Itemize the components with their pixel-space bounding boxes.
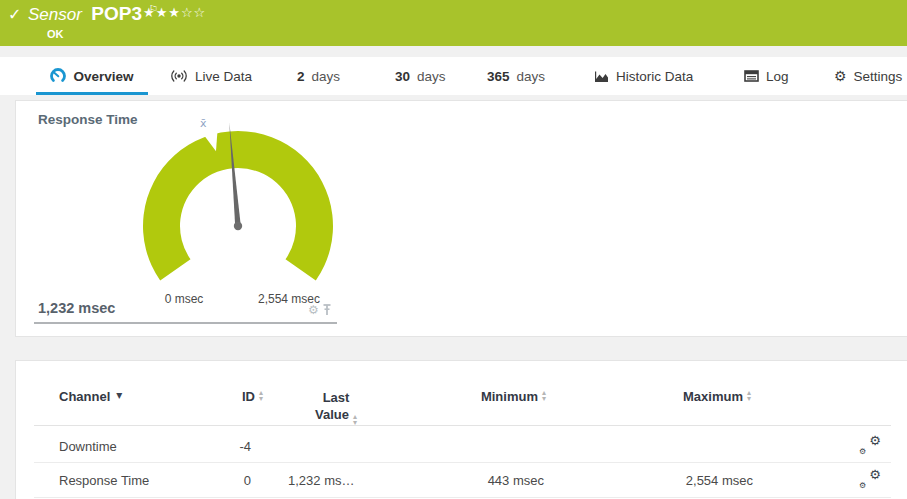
column-header-minimum[interactable]: Minimum ▴▾: [421, 389, 546, 404]
tab-2-days-unit: days: [312, 69, 341, 84]
tab-30-days-unit: days: [417, 69, 446, 84]
table-row-response-time-maximum: 2,554 msec: [626, 473, 753, 488]
column-header-channel[interactable]: Channel ▾: [59, 389, 122, 404]
gauge-min-label: 0 msec: [144, 292, 224, 306]
tab-365-days-unit: days: [517, 69, 546, 84]
column-header-id[interactable]: ID ▴▾: [186, 389, 263, 404]
priority-stars[interactable]: ★★★☆☆: [143, 5, 206, 20]
gauge-icon: [50, 68, 66, 84]
column-header-maximum-label: Maximum: [683, 389, 743, 404]
response-time-panel: Response Time x̄ 0 msec 2,554 msec 1,232…: [15, 100, 907, 337]
sensor-status-badge: OK: [47, 28, 64, 40]
tab-settings-label: Settings: [854, 69, 903, 84]
tab-live-data[interactable]: Live Data: [170, 57, 252, 95]
column-header-last-value[interactable]: Last Value▴▾: [291, 389, 381, 426]
active-tab-underline: [36, 92, 148, 95]
table-row-response-time-last-value: 1,232 ms…: [288, 473, 354, 488]
table-row-response-time-channel[interactable]: Response Time: [59, 473, 149, 488]
tab-30-days-number: 30: [395, 69, 410, 84]
column-header-maximum[interactable]: Maximum ▴▾: [626, 389, 751, 404]
sort-icon: ▴▾: [542, 390, 546, 402]
gauge-average-marker-label: x̄: [200, 117, 207, 130]
tab-2-days[interactable]: 2 days: [297, 57, 340, 95]
tab-365-days-number: 365: [487, 69, 510, 84]
sensor-title: Sensor POP3 ⚐: [28, 3, 158, 25]
tab-historic-data-label: Historic Data: [616, 69, 693, 84]
gauge-current-value: 1,232 msec: [38, 300, 115, 316]
column-header-value-label: Value▴▾: [291, 406, 381, 426]
area-chart-icon: [594, 70, 609, 83]
tab-30-days[interactable]: 30 days: [395, 57, 446, 95]
row-divider: [34, 462, 891, 463]
sort-icon: ▴▾: [747, 390, 751, 402]
channel-settings-gears-icon[interactable]: ⚙⚙: [859, 435, 881, 453]
column-header-last-label: Last: [291, 389, 381, 406]
pin-icon[interactable]: [322, 304, 332, 316]
column-header-minimum-label: Minimum: [481, 389, 538, 404]
gauge-toolbar: ⚙: [308, 304, 332, 316]
gauge-footer-rule: [34, 322, 337, 324]
gauge-settings-gear-icon[interactable]: ⚙: [308, 304, 319, 316]
response-time-gauge: [140, 111, 336, 311]
tab-365-days[interactable]: 365 days: [487, 57, 545, 95]
log-list-icon: [744, 70, 759, 82]
channel-settings-gears-icon[interactable]: ⚙⚙: [859, 469, 881, 487]
status-ok-check-icon: ✓: [8, 5, 21, 24]
stars-empty[interactable]: ☆☆: [181, 5, 206, 20]
panel-title: Response Time: [38, 112, 138, 127]
stars-filled[interactable]: ★★★: [143, 5, 181, 20]
table-row-response-time-minimum: 443 msec: [421, 473, 544, 488]
tab-2-days-number: 2: [297, 69, 305, 84]
row-divider: [34, 497, 891, 498]
sensor-name: POP3: [91, 3, 142, 24]
column-header-id-label: ID: [242, 389, 255, 404]
tab-overview-label: Overview: [73, 69, 133, 84]
gauge-needle-pivot: [234, 222, 242, 230]
tab-log[interactable]: Log: [744, 57, 789, 95]
column-header-channel-label: Channel: [59, 389, 110, 404]
header-divider: [34, 425, 891, 426]
sensor-header: ✓ Sensor POP3 ⚐ ★★★☆☆ OK: [0, 0, 907, 46]
table-row-downtime-id: -4: [186, 439, 251, 454]
sort-icon: ▴▾: [259, 390, 263, 402]
gear-icon: ⚙: [834, 69, 847, 83]
tab-log-label: Log: [766, 69, 789, 84]
sensor-type-label: Sensor: [28, 5, 82, 24]
tab-live-data-label: Live Data: [195, 69, 252, 84]
broadcast-icon: [170, 69, 188, 83]
tab-bar: Overview Live Data 2 days 30 days 365 da…: [0, 57, 907, 95]
tab-historic-data[interactable]: Historic Data: [594, 57, 693, 95]
table-row-downtime-channel[interactable]: Downtime: [59, 439, 117, 454]
tab-overview[interactable]: Overview: [36, 57, 148, 95]
channel-table-panel: Channel ▾ ID ▴▾ Last Value▴▾ Minimum ▴▾ …: [15, 360, 907, 499]
sort-desc-icon: ▾: [116, 389, 122, 401]
tab-settings[interactable]: ⚙ Settings: [834, 57, 902, 95]
table-row-response-time-id: 0: [186, 473, 251, 488]
